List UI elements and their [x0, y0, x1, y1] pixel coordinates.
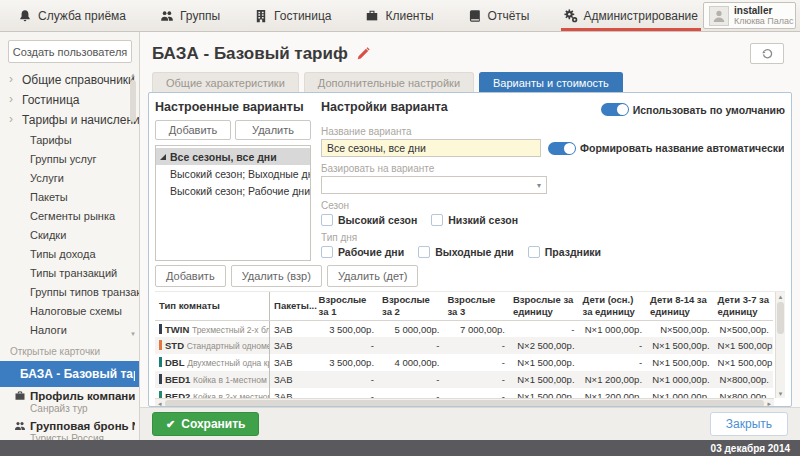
day-type-checkbox-option[interactable]: Выходные дни: [418, 246, 514, 258]
card-group-booking[interactable]: Групповая бронь №20... Туристы Россия: [0, 417, 139, 440]
sidebar-tree-item[interactable]: Гостиница: [0, 90, 139, 110]
column-header[interactable]: Дети 3-7 за единицу: [714, 292, 773, 320]
sidebar-tree-item[interactable]: Услуги: [0, 168, 139, 187]
sidebar-tree-item[interactable]: Типы транзакций: [0, 263, 139, 282]
scroll-right-icon[interactable]: [767, 400, 771, 407]
edit-pencil-icon[interactable]: [356, 47, 370, 61]
card-base-tariff[interactable]: БАЗА - Базовый тариф: [0, 361, 139, 387]
room-color-chip: [159, 374, 162, 384]
variant-item[interactable]: Высокий сезон; Выходные дни: [156, 165, 310, 182]
sidebar-tree-item[interactable]: Налоговые схемы: [0, 301, 139, 320]
checkbox[interactable]: [528, 246, 540, 258]
price-table-header-row: Тип комнаты Пакеты... Взрослые за 1 Взро…: [155, 292, 773, 320]
variant-item[interactable]: Высокий сезон; Рабочие дни: [156, 182, 310, 199]
column-header[interactable]: Взрослые за единицу: [509, 292, 579, 320]
sidebar-tree-item[interactable]: Тарифы: [0, 130, 139, 149]
checkbox[interactable]: [431, 214, 443, 226]
price-table-row[interactable]: TWIN Трехместный 2-х блоковый ЗАВ 3 500,…: [155, 320, 773, 337]
season-checkbox-option[interactable]: Высокий сезон: [321, 214, 417, 226]
auto-name-toggle[interactable]: [548, 142, 576, 155]
sidebar-tree-item[interactable]: Сегменты рынка: [0, 206, 139, 225]
column-header[interactable]: Взрослые за 3: [444, 292, 509, 320]
add-price-button[interactable]: Добавить: [155, 265, 226, 287]
price-table-row[interactable]: DBL Двухместный одна кровать ЗАВ 3 500,0…: [155, 354, 773, 371]
card-company-profile[interactable]: Профиль компании Санрайз тур: [0, 387, 139, 417]
sidebar-tree-item[interactable]: Налоги: [0, 320, 139, 339]
gears-icon: [564, 9, 578, 23]
price-cell: 3 500,00р.: [315, 320, 378, 337]
column-header[interactable]: Взрослые за 1: [315, 292, 378, 320]
tab-variants[interactable]: Варианты и стоимость: [479, 72, 623, 92]
checkbox[interactable]: [321, 246, 333, 258]
sidebar-tree-item[interactable]: Группы типов транзак...: [0, 282, 139, 301]
top-navbar: Служба приёма Группы Гостиница Клиенты: [0, 0, 800, 32]
variants-panel: Настроенные варианты Добавить Удалить Вс…: [148, 92, 792, 407]
nav-item-clients[interactable]: Клиенты: [365, 0, 433, 31]
tab-general[interactable]: Общие характеристики: [152, 72, 299, 92]
scroll-left-icon[interactable]: [158, 400, 162, 407]
checkbox[interactable]: [418, 246, 430, 258]
sidebar-tree-item[interactable]: Общие справочники: [0, 70, 139, 90]
variant-item[interactable]: Все сезоны, все дни: [156, 148, 310, 165]
table-vertical-scrollbar[interactable]: [775, 292, 785, 398]
current-date: 03 декабря 2014: [711, 443, 790, 454]
price-cell: N×2 500,00р.: [509, 337, 579, 354]
delete-adult-price-button[interactable]: Удалить (взр): [231, 265, 322, 287]
price-cell: N×1 200,00р.: [579, 371, 647, 388]
nav-item-groups[interactable]: Группы: [160, 0, 220, 31]
create-user-button[interactable]: Создать пользователя: [8, 40, 132, 63]
price-table-row[interactable]: BED1 Койка в 1-местном блоке ЗАВ - - - N…: [155, 371, 773, 388]
main-content: БАЗА - Базовый тариф Общие характеристик…: [140, 32, 800, 440]
scroll-down-icon[interactable]: [779, 390, 783, 397]
base-variant-select[interactable]: [321, 176, 547, 194]
price-cell: -: [315, 337, 378, 354]
room-color-chip: [159, 324, 162, 334]
column-header[interactable]: Пакеты...: [270, 292, 315, 320]
table-horizontal-scrollbar[interactable]: [155, 398, 774, 407]
open-cards-title: Открытые карточки: [0, 340, 139, 361]
scrollbar-thumb[interactable]: [130, 80, 136, 122]
day-type-checkbox-option[interactable]: Рабочие дни: [321, 246, 404, 258]
price-table-row[interactable]: STD Стандартный одноместный ЗАВ - - - N×…: [155, 337, 773, 354]
chevron-right-icon: [9, 112, 13, 126]
sidebar-tree-item[interactable]: Тарифы и начисления: [0, 110, 139, 130]
sidebar-scrollbar[interactable]: [129, 71, 137, 337]
chevron-down-icon: [537, 181, 541, 190]
sidebar-tree-item[interactable]: Типы дохода: [0, 244, 139, 263]
column-header[interactable]: Дети 8-14 за единицу: [646, 292, 714, 320]
variant-list: Все сезоны, все дни Высокий сезон; Выход…: [155, 145, 311, 261]
user-box[interactable]: installer Клюква Палас: [703, 2, 796, 29]
save-button[interactable]: Сохранить: [152, 412, 259, 436]
sidebar-tree-item[interactable]: Пакеты: [0, 187, 139, 206]
auto-name-toggle-label: Формировать название автоматически: [580, 142, 784, 154]
nav-item-reports[interactable]: Отчёты: [468, 0, 530, 31]
close-button[interactable]: Закрыть: [710, 412, 788, 436]
history-button[interactable]: [750, 43, 784, 64]
sidebar-tree-item[interactable]: Группы услуг: [0, 149, 139, 168]
sidebar-tree-item[interactable]: Скидки: [0, 225, 139, 244]
scroll-down-icon[interactable]: [131, 330, 135, 337]
scrollbar-thumb[interactable]: [165, 400, 765, 407]
delete-child-price-button[interactable]: Удалить (дет): [327, 265, 419, 287]
variant-add-button[interactable]: Добавить: [155, 120, 231, 140]
column-header[interactable]: Тип комнаты: [155, 292, 270, 320]
column-header[interactable]: Дети (осн.) за единицу: [579, 292, 647, 320]
column-header[interactable]: Взрослые за 2: [378, 292, 443, 320]
variant-delete-button[interactable]: Удалить: [235, 120, 311, 140]
nav-item-administration[interactable]: Администрирование: [564, 0, 698, 31]
scrollbar-thumb[interactable]: [777, 302, 784, 334]
briefcase-icon: [14, 390, 26, 402]
scroll-up-icon[interactable]: [131, 71, 135, 78]
package-cell: ЗАВ: [270, 320, 315, 337]
room-color-chip: [159, 340, 162, 350]
day-type-checkbox-option[interactable]: Праздники: [528, 246, 601, 258]
scroll-up-icon[interactable]: [779, 293, 783, 300]
tab-additional[interactable]: Дополнительные настройки: [304, 72, 474, 92]
checkbox[interactable]: [321, 214, 333, 226]
price-cell: N×1 500,00р.: [646, 337, 714, 354]
season-checkbox-option[interactable]: Низкий сезон: [431, 214, 518, 226]
nav-item-hotel[interactable]: Гостиница: [254, 0, 331, 31]
nav-item-reception[interactable]: Служба приёма: [18, 0, 126, 31]
default-toggle[interactable]: [601, 103, 629, 116]
variant-name-input[interactable]: [321, 139, 541, 157]
